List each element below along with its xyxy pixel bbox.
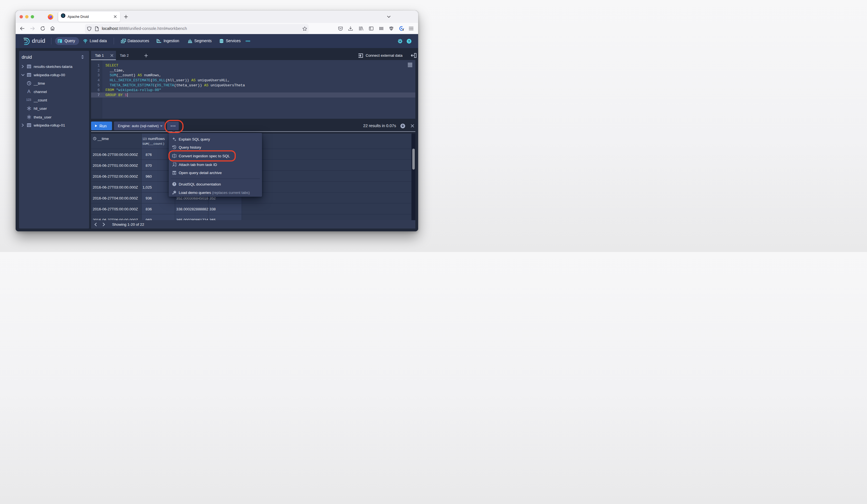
svg-text:?: ? [408, 40, 410, 43]
svg-text:?: ? [173, 183, 175, 186]
svg-text:uO: uO [390, 28, 393, 29]
